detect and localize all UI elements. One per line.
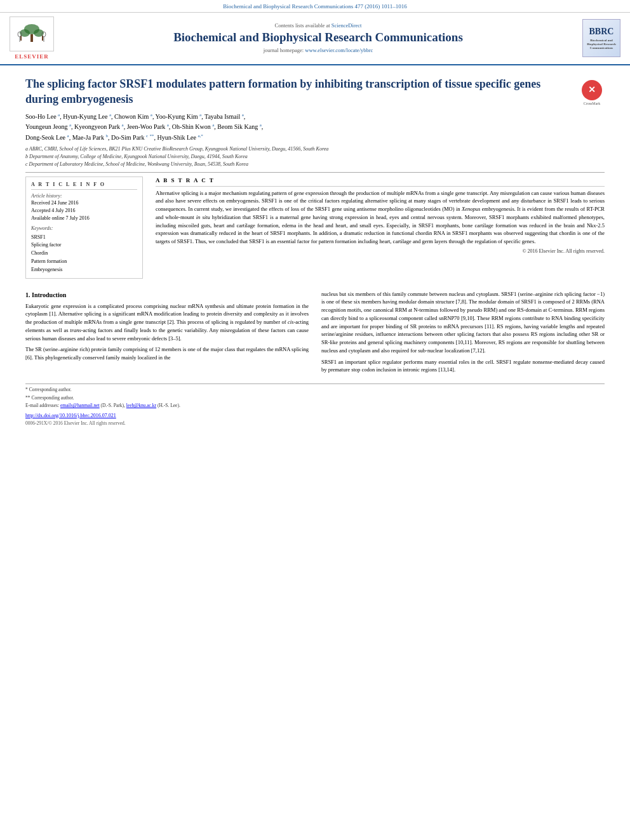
keywords-section: Keywords: SRSF1 Splicing factor Chordin … <box>31 225 137 274</box>
section-1-heading: 1. Introduction <box>25 290 309 300</box>
doi-link[interactable]: http://dx.doi.org/10.1016/j.bbrc.2016.07… <box>25 413 116 418</box>
history-label: Article history: <box>31 192 137 199</box>
article-info-label: A R T I C L E I N F O <box>31 181 137 190</box>
accepted-date: Accepted 4 July 2016 <box>31 207 137 215</box>
journal-citation-bar: Biochemical and Biophysical Research Com… <box>0 0 630 13</box>
article-info-col: A R T I C L E I N F O Article history: R… <box>25 177 143 284</box>
page-wrapper: Biochemical and Biophysical Research Com… <box>0 0 630 840</box>
body-left-col: 1. Introduction Eukaryotic gene expressi… <box>25 290 309 378</box>
issn-line: 0006-291X/© 2016 Elsevier Inc. All right… <box>25 420 605 427</box>
journal-citation-text: Biochemical and Biophysical Research Com… <box>223 3 406 10</box>
body-para-4: SRSF1 an important splice regulator perf… <box>321 358 605 375</box>
journal-center: Contents lists available at ScienceDirec… <box>62 22 574 55</box>
abstract-section: A B S T R A C T Alternative splicing is … <box>156 177 605 255</box>
email-link-1[interactable]: emails@hanmail.net <box>60 403 100 408</box>
keywords-list: SRSF1 Splicing factor Chordin Pattern fo… <box>31 234 137 274</box>
bbrc-logo-section: BBRC Biochemical andBiophysical Research… <box>579 19 624 57</box>
divider-1 <box>25 172 605 173</box>
elsevier-logo-image <box>10 17 54 51</box>
crossmark-section: ✕ CrossMark <box>579 80 605 106</box>
affiliation-c: c Department of Laboratory Medicine, Sch… <box>25 161 605 168</box>
keyword-2: Splicing factor <box>31 241 137 250</box>
received-date: Received 24 June 2016 <box>31 199 137 207</box>
bbrc-logo-image: BBRC Biochemical andBiophysical Research… <box>582 19 620 57</box>
footnote-corresponding-1: * Corresponding author. <box>25 387 605 394</box>
affiliation-a: a ABRC, CMRI, School of Life Sciences, B… <box>25 145 605 153</box>
keywords-label: Keywords: <box>31 225 137 232</box>
journal-homepage: journal homepage: www.elsevier.com/locat… <box>62 47 574 55</box>
keyword-5: Embryogenesis <box>31 266 137 274</box>
article-info-box: A R T I C L E I N F O Article history: R… <box>25 177 143 279</box>
authors-section: Soo-Ho Lee a, Hyun-Kyung Lee a, Chowon K… <box>25 112 605 143</box>
keyword-4: Pattern formation <box>31 258 137 266</box>
elsevier-logo-section: ELSEVIER <box>6 17 57 61</box>
footnote-corresponding-2: ** Corresponding author. <box>25 395 605 402</box>
journal-header: ELSEVIER Contents lists available at Sci… <box>0 13 630 66</box>
sciencedirect-line: Contents lists available at ScienceDirec… <box>62 22 574 30</box>
body-section: 1. Introduction Eukaryotic gene expressi… <box>25 290 605 378</box>
bbrc-label: BBRC <box>587 27 616 37</box>
article-history: Article history: Received 24 June 2016 A… <box>31 192 137 222</box>
email-label: E-mail addresses: <box>25 403 59 408</box>
email2-name: (H.-S. Lee). <box>158 403 180 408</box>
affiliations-section: a ABRC, CMRI, School of Life Sciences, B… <box>25 145 605 168</box>
article-dates: Received 24 June 2016 Accepted 4 July 20… <box>31 199 137 222</box>
keyword-1: SRSF1 <box>31 234 137 242</box>
body-para-3: nucleus but six members of this family c… <box>321 290 605 355</box>
info-abstract-row: A R T I C L E I N F O Article history: R… <box>25 177 605 284</box>
abstract-text: Alternative splicing is a major mechanis… <box>156 189 605 246</box>
body-right-col: nucleus but six members of this family c… <box>321 290 605 378</box>
journal-title: Biochemical and Biophysical Research Com… <box>62 30 574 45</box>
abstract-copyright: © 2016 Elsevier Inc. All rights reserved… <box>156 248 605 255</box>
elsevier-tree-icon <box>16 23 48 45</box>
footnotes-section: * Corresponding author. ** Corresponding… <box>25 383 605 427</box>
sciencedirect-link[interactable]: ScienceDirect <box>332 22 362 29</box>
email1-name: (D.-S. Park), <box>101 403 125 408</box>
email-link-2[interactable]: leeh@knu.ac.kr <box>126 403 156 408</box>
abstract-col: A B S T R A C T Alternative splicing is … <box>156 177 605 284</box>
svg-rect-3 <box>30 34 33 42</box>
article-content: The splicing factor SRSF1 modulates patt… <box>0 65 630 427</box>
footnote-emails: E-mail addresses: emails@hanmail.net (D.… <box>25 403 605 410</box>
journal-homepage-link[interactable]: www.elsevier.com/locate/ybbrc <box>305 47 373 53</box>
abstract-label: A B S T R A C T <box>156 177 605 187</box>
article-title-section: The splicing factor SRSF1 modulates patt… <box>25 72 605 107</box>
body-para-2: The SR (serine–arginine rich) protein fa… <box>25 345 309 362</box>
available-date: Available online 7 July 2016 <box>31 215 137 222</box>
elsevier-label: ELSEVIER <box>15 53 49 61</box>
doi-line: http://dx.doi.org/10.1016/j.bbrc.2016.07… <box>25 412 605 419</box>
crossmark-label: CrossMark <box>584 101 601 106</box>
crossmark-icon: ✕ <box>582 80 602 100</box>
body-para-1: Eukaryotic gene expression is a complica… <box>25 302 309 343</box>
keyword-3: Chordin <box>31 250 137 258</box>
article-title: The splicing factor SRSF1 modulates patt… <box>25 77 573 107</box>
affiliation-b: b Department of Anatomy, College of Medi… <box>25 153 605 161</box>
